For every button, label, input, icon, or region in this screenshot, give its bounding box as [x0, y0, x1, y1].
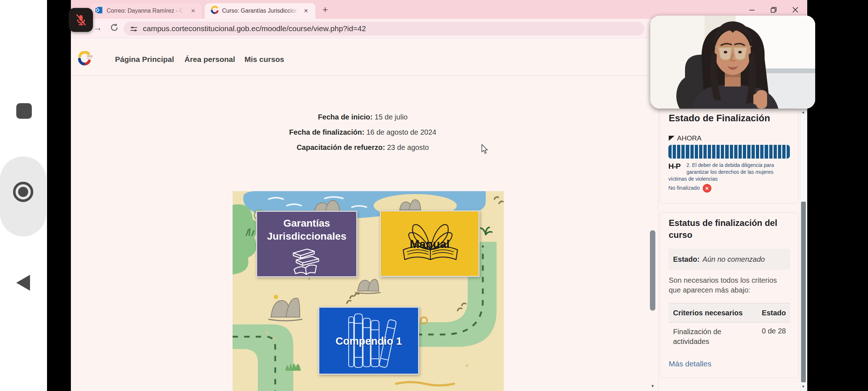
criteria-note: Son necesarios todos los criterios que a…: [669, 276, 788, 295]
drawer-scrollbar-down-icon[interactable]: ▼: [801, 384, 805, 389]
nav-pagina-principal[interactable]: Página Principal: [115, 54, 174, 65]
map-card-compendio-1[interactable]: Compendio 1: [318, 307, 419, 375]
block-title: Estado de Finalización: [669, 113, 770, 124]
completion-progress-bar[interactable]: [668, 145, 790, 159]
logo-text: CEDEC: [87, 55, 93, 57]
webcam-video-frame: [650, 16, 815, 109]
map-card-garantias[interactable]: Garantías Jurisdiccionales: [256, 211, 357, 277]
drawer-scrollbar-thumb[interactable]: [801, 202, 806, 382]
map-card-label[interactable]: Manual: [381, 237, 478, 251]
nav-mis-cursos[interactable]: Mis cursos: [244, 54, 284, 65]
tab-title-fade: [173, 7, 183, 15]
criteria-table-header: Criterios necesarios Estado: [669, 303, 790, 323]
webcam-overlay[interactable]: [650, 16, 815, 109]
window-restore-button[interactable]: [769, 5, 778, 14]
screen-recording-stage: Correo: Dayanna Ramírez - Out ✕ Curso: G…: [0, 0, 868, 391]
now-marker-icon: [669, 136, 675, 141]
microphone-muted-badge[interactable]: [69, 8, 93, 32]
state-row: Estado: Aún no comenzado: [669, 249, 790, 270]
mic-muted-icon: [74, 13, 88, 27]
reload-icon[interactable]: [109, 22, 119, 34]
books-sketch-icon: [283, 244, 330, 278]
tab-close-icon[interactable]: ✕: [190, 7, 197, 15]
forward-icon[interactable]: →: [93, 22, 102, 33]
more-details-link[interactable]: Más detalles: [669, 360, 711, 368]
now-marker-row: AHORA: [669, 134, 702, 142]
completion-status-block: Estado de Finalización AHORA H-P 2. El d…: [660, 109, 799, 203]
date-refresher: Capacitación de refuerzo: 23 de agosto: [254, 140, 471, 155]
course-dates: Fecha de inicio: 15 de julio Fecha de fi…: [254, 109, 471, 155]
tab-title[interactable]: Curso: Garantías Jurisdiccionale: [222, 7, 298, 15]
window-minimize-button[interactable]: [747, 5, 757, 14]
url-text[interactable]: campus.corteconstitucional.gob.ec/moodle…: [143, 24, 366, 33]
activity-completion-item[interactable]: H-P 2. El deber de la debida diligencia …: [668, 162, 790, 193]
new-tab-button[interactable]: +: [320, 4, 331, 15]
date-end: Fecha de finalización: 16 de agosto de 2…: [254, 125, 471, 140]
date-start: Fecha de inicio: 15 de julio: [254, 109, 471, 125]
criteria-count: 0 de 28: [762, 327, 786, 346]
course-completion-status-block: Estatus de finalización del curso Estado…: [660, 212, 799, 378]
window-close-button[interactable]: [791, 5, 800, 14]
main-scrollbar-down-icon[interactable]: ▼: [651, 384, 655, 388]
block-title: Estatus de finalización del curso: [669, 217, 793, 241]
nav-area-personal[interactable]: Área personal: [184, 54, 235, 65]
site-info-icon[interactable]: [129, 25, 138, 35]
drawer-scrollbar-up-icon[interactable]: ▲: [801, 110, 805, 114]
outlook-favicon-icon: [95, 6, 103, 16]
mouse-cursor: [481, 144, 489, 156]
tab-title-fade: [288, 7, 298, 15]
map-card-label[interactable]: Compendio 1: [319, 335, 418, 347]
cedec-logo[interactable]: CEDEC: [77, 51, 93, 68]
stop-capture-button[interactable]: [16, 103, 32, 119]
not-completed-icon: ✕: [703, 184, 711, 193]
criteria-table-row: Finalización de actividades 0 de 28: [669, 327, 790, 346]
tab-title[interactable]: Correo: Dayanna Ramírez - Out: [107, 7, 183, 15]
record-icon-dot[interactable]: [18, 187, 28, 197]
main-scrollbar-thumb[interactable]: [650, 230, 655, 311]
drawer-divider: [658, 76, 659, 391]
activity-status-row: No finalizado✕: [668, 184, 790, 193]
course-map-illustration: Garantías Jurisdiccionales: [233, 191, 504, 391]
now-label: AHORA: [677, 134, 702, 142]
h5p-icon: H-P: [668, 162, 686, 176]
state-value: Aún no comenzado: [702, 255, 765, 264]
cedec-favicon-icon: [210, 6, 219, 16]
tab-close-icon[interactable]: ✕: [302, 7, 310, 15]
back-button[interactable]: [16, 275, 30, 291]
map-card-label[interactable]: Garantías Jurisdiccionales: [257, 217, 356, 243]
map-card-manual[interactable]: Manual: [380, 210, 480, 277]
